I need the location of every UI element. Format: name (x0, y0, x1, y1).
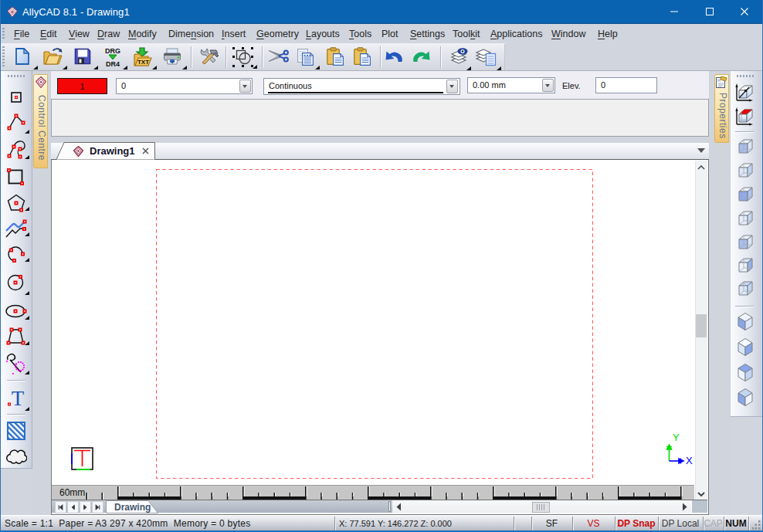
svg-text:DR4: DR4 (106, 60, 120, 67)
svg-text:TXT: TXT (137, 59, 149, 66)
svg-text:T: T (12, 387, 25, 408)
svg-text:X: X (686, 455, 693, 466)
svg-text:Y: Y (673, 432, 680, 443)
svg-text:DRG: DRG (105, 47, 120, 55)
